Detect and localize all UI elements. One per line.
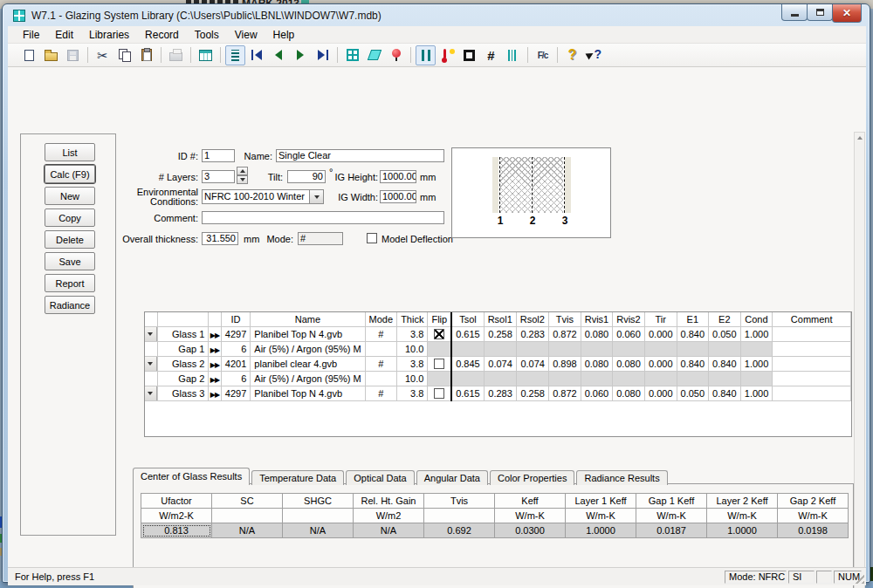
list-view-button[interactable] [225, 45, 245, 65]
title-bar[interactable]: W7.1 - Glazing System Library (C:\Users\… [3, 4, 870, 26]
model-deflection-checkbox[interactable] [367, 233, 377, 243]
shade-library-button[interactable] [503, 45, 523, 65]
layer-name[interactable]: Air (5%) / Argon (95%) M [251, 372, 365, 386]
layer-name[interactable]: Planibel Top N 4.gvb [251, 386, 365, 401]
layer-detail-cell[interactable] [209, 372, 221, 386]
menu-view[interactable]: View [227, 27, 265, 43]
flip-cell[interactable] [428, 327, 451, 342]
tab-angular-data[interactable]: Angular Data [416, 470, 488, 485]
layer-thickness[interactable]: 3.8 [397, 357, 428, 372]
tab-radiance-results[interactable]: Radiance Results [576, 470, 667, 485]
layer-select-cell[interactable] [145, 386, 158, 401]
glazing-system-view-button[interactable] [416, 45, 436, 65]
layer-detail-cell[interactable] [209, 386, 221, 401]
close-button[interactable]: ✕ [832, 4, 862, 23]
menu-tools[interactable]: Tools [187, 27, 227, 43]
layer-thickness[interactable]: 3.8 [397, 386, 428, 401]
report-button[interactable]: Report [45, 274, 95, 292]
save-button[interactable]: Save [45, 252, 95, 270]
result-value[interactable]: N/A [354, 523, 424, 538]
menu-help[interactable]: Help [265, 27, 303, 43]
layer-dropdown-button[interactable] [145, 357, 157, 371]
layer-id[interactable]: 6 [221, 372, 251, 386]
layer-id[interactable]: 4297 [221, 386, 251, 401]
environmental-conditions-button[interactable] [437, 45, 457, 65]
id-field[interactable]: 1 [202, 149, 235, 162]
window-library-button[interactable] [342, 45, 362, 65]
last-record-button[interactable] [313, 45, 333, 65]
help-button[interactable] [562, 45, 582, 65]
flip-checkbox[interactable] [434, 329, 444, 339]
context-help-button[interactable] [584, 45, 604, 65]
layer-comment[interactable] [773, 357, 851, 372]
menu-edit[interactable]: Edit [47, 27, 81, 43]
result-value[interactable]: 0.692 [424, 523, 495, 538]
layer-id[interactable]: 4297 [221, 327, 251, 342]
environmental-conditions-dropdown[interactable]: NFRC 100-2010 Winter [202, 189, 324, 204]
layer-id[interactable]: 6 [221, 342, 251, 357]
overall-thickness-field[interactable]: 31.550 [202, 232, 238, 245]
flip-cell[interactable] [428, 386, 451, 401]
divider-library-button[interactable] [481, 45, 501, 65]
layer-select-cell[interactable] [145, 327, 158, 342]
layer-id[interactable]: 4201 [221, 357, 251, 372]
ig-height-field[interactable]: 1000.00 [380, 170, 416, 183]
table-view-button[interactable] [196, 45, 216, 65]
result-value[interactable]: 0.0300 [495, 523, 566, 538]
glass-library-button[interactable] [386, 45, 406, 65]
ig-width-field[interactable]: 1000.00 [380, 190, 416, 203]
tab-center-of-glass-results[interactable]: Center of Glass Results [133, 468, 250, 485]
layer-comment[interactable] [773, 372, 851, 386]
tab-temperature-data[interactable]: Temperature Data [251, 470, 344, 485]
minimize-button[interactable] [781, 4, 808, 21]
layer-select-cell[interactable] [145, 357, 158, 372]
next-record-button[interactable] [291, 45, 311, 65]
result-value[interactable]: 0.0198 [778, 523, 849, 538]
vertical-scrollbar[interactable] [854, 132, 865, 588]
name-field[interactable]: Single Clear [276, 149, 444, 162]
result-value[interactable]: 1.0000 [566, 523, 636, 538]
copy-button[interactable] [114, 45, 134, 65]
flip-checkbox[interactable] [434, 388, 444, 399]
list-button[interactable]: List [45, 143, 95, 161]
result-value[interactable]: 0.0187 [636, 523, 707, 538]
new-button[interactable]: New [45, 187, 95, 205]
layer-detail-cell[interactable] [209, 357, 221, 372]
result-value[interactable]: 0.813 [141, 523, 212, 538]
tab-color-properties[interactable]: Color Properties [490, 470, 574, 485]
delete-button[interactable]: Delete [45, 230, 95, 249]
layer-name[interactable]: Air (5%) / Argon (95%) M [251, 342, 365, 357]
frame-library-button[interactable] [459, 45, 479, 65]
new-button[interactable] [19, 45, 39, 65]
layer-dropdown-button[interactable] [145, 386, 157, 400]
menu-libraries[interactable]: Libraries [81, 27, 137, 43]
layer-thickness[interactable]: 10.0 [397, 372, 428, 386]
layer-thickness[interactable]: 10.0 [397, 342, 428, 357]
layer-name[interactable]: planibel clear 4.gvb [251, 357, 365, 372]
radiance-button[interactable]: Radiance [45, 296, 95, 314]
cut-button[interactable] [93, 45, 113, 65]
layer-detail-cell[interactable] [209, 342, 221, 357]
copy-button[interactable]: Copy [45, 209, 95, 227]
layers-field[interactable]: 3 [202, 170, 235, 183]
layer-comment[interactable] [773, 342, 851, 357]
paste-button[interactable] [136, 45, 156, 65]
glazing-system-library-button[interactable] [364, 45, 384, 65]
result-value[interactable]: N/A [212, 523, 283, 538]
restore-button[interactable] [807, 4, 833, 21]
layer-comment[interactable] [773, 327, 851, 342]
layer-thickness[interactable]: 3.8 [397, 327, 428, 342]
open-button[interactable] [41, 45, 61, 65]
tab-optical-data[interactable]: Optical Data [346, 470, 415, 485]
layer-dropdown-button[interactable] [145, 327, 157, 341]
comment-field[interactable] [202, 211, 444, 224]
layer-name[interactable]: Planibel Top N 4.gvb [251, 327, 365, 342]
menu-record[interactable]: Record [137, 27, 187, 43]
first-record-button[interactable] [247, 45, 267, 65]
calc-f9-button[interactable]: Calc (F9) [45, 165, 95, 183]
result-value[interactable]: N/A [283, 523, 354, 538]
previous-record-button[interactable] [269, 45, 289, 65]
temperature-units-button[interactable] [533, 45, 553, 65]
flip-cell[interactable] [428, 357, 451, 372]
layer-detail-cell[interactable] [209, 327, 221, 342]
